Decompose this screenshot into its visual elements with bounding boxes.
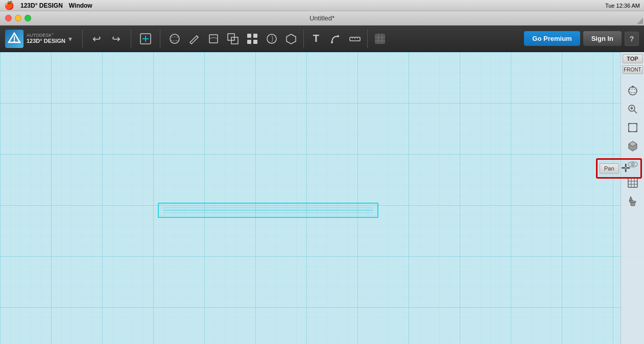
minimize-button[interactable]: [15, 15, 21, 21]
menu-item-window[interactable]: Window: [69, 2, 92, 9]
divider-2: [131, 30, 131, 48]
svg-point-2: [14, 40, 15, 42]
canvas-shape: [158, 203, 378, 217]
fit-button[interactable]: [624, 119, 641, 136]
undo-redo-group: ↩ ↪: [88, 30, 126, 48]
svg-point-36: [629, 89, 637, 93]
svg-rect-46: [628, 178, 637, 187]
svg-rect-9: [209, 35, 218, 43]
menu-bar-right: Tue 12:36 AM: [605, 3, 640, 9]
svg-point-18: [337, 35, 339, 37]
mac-menu-bar: 🍎 123D° DESIGN Window Tue 12:36 AM: [0, 0, 644, 11]
measure-button[interactable]: [263, 30, 281, 48]
go-premium-button[interactable]: Go Premium: [524, 31, 580, 46]
viewport-grid: [0, 52, 644, 344]
divider-1: [82, 30, 83, 48]
window-title: Untitled*: [309, 14, 335, 22]
canvas-area[interactable]: TOP FRONT Pan ✛: [0, 52, 644, 344]
svg-rect-23: [375, 34, 385, 44]
svg-rect-14: [247, 40, 251, 44]
solid-view-button[interactable]: [624, 137, 641, 155]
pan-button[interactable]: Pan: [600, 163, 619, 174]
material-button[interactable]: [371, 30, 389, 48]
close-button[interactable]: [5, 15, 12, 21]
resize-handle[interactable]: [637, 18, 643, 24]
ruler-button[interactable]: [346, 30, 364, 48]
svg-rect-30: [0, 52, 644, 344]
tools-group: T: [165, 30, 389, 48]
svg-point-7: [170, 37, 179, 41]
help-button[interactable]: ?: [625, 32, 639, 46]
svg-rect-12: [247, 34, 251, 38]
svg-point-6: [170, 34, 179, 43]
divider-4: [303, 30, 304, 48]
logo-text: AUTODESK° 123D° DESIGN: [27, 33, 65, 45]
pan-move-icon[interactable]: ✛: [621, 162, 630, 175]
sketch-button[interactable]: [185, 30, 203, 48]
menu-item-app[interactable]: 123D° DESIGN: [20, 2, 63, 9]
svg-rect-13: [253, 34, 257, 38]
primitives-button[interactable]: [165, 30, 184, 48]
divider-3: [160, 30, 160, 48]
svg-rect-15: [253, 40, 257, 44]
svg-point-35: [629, 87, 637, 95]
fillet-button[interactable]: [326, 30, 345, 48]
apple-menu[interactable]: 🍎: [4, 1, 14, 10]
solid-button[interactable]: [282, 30, 300, 48]
traffic-lights: [5, 15, 31, 21]
svg-point-17: [331, 41, 333, 43]
pattern-button[interactable]: [243, 30, 261, 48]
svg-rect-29: [0, 52, 644, 344]
logo-dropdown-arrow[interactable]: ▾: [68, 35, 72, 43]
svg-rect-52: [631, 203, 635, 206]
app-logo: [5, 30, 23, 48]
maximize-button[interactable]: [25, 15, 31, 21]
sign-in-button[interactable]: Sign In: [583, 31, 622, 46]
material-paint-button[interactable]: [624, 192, 641, 210]
text-button[interactable]: T: [307, 30, 325, 48]
svg-line-8: [197, 36, 198, 37]
pan-tool-area: Pan ✛: [596, 158, 642, 179]
undo-button[interactable]: ↩: [88, 30, 106, 48]
orbit-button[interactable]: [624, 82, 641, 100]
divider-5: [367, 30, 368, 48]
right-sidebar: TOP FRONT Pan ✛: [621, 52, 644, 344]
svg-rect-31: [158, 203, 378, 217]
svg-point-37: [632, 86, 634, 88]
menubar-time: Tue 12:36 AM: [605, 3, 640, 9]
svg-line-39: [634, 111, 637, 114]
app-toolbar: AUTODESK° 123D° DESIGN ▾ ↩ ↪: [0, 26, 644, 52]
combine-button[interactable]: [224, 30, 242, 48]
zoom-button[interactable]: [624, 101, 641, 118]
view-front-label[interactable]: FRONT: [623, 65, 643, 74]
logo-area: AUTODESK° 123D° DESIGN ▾: [5, 30, 72, 48]
svg-rect-42: [629, 124, 637, 132]
redo-button[interactable]: ↪: [107, 30, 126, 48]
view-top-label[interactable]: TOP: [623, 54, 643, 63]
modify-button[interactable]: [204, 30, 223, 48]
insert-tool-button[interactable]: [136, 30, 155, 48]
title-bar: Untitled*: [0, 11, 644, 26]
